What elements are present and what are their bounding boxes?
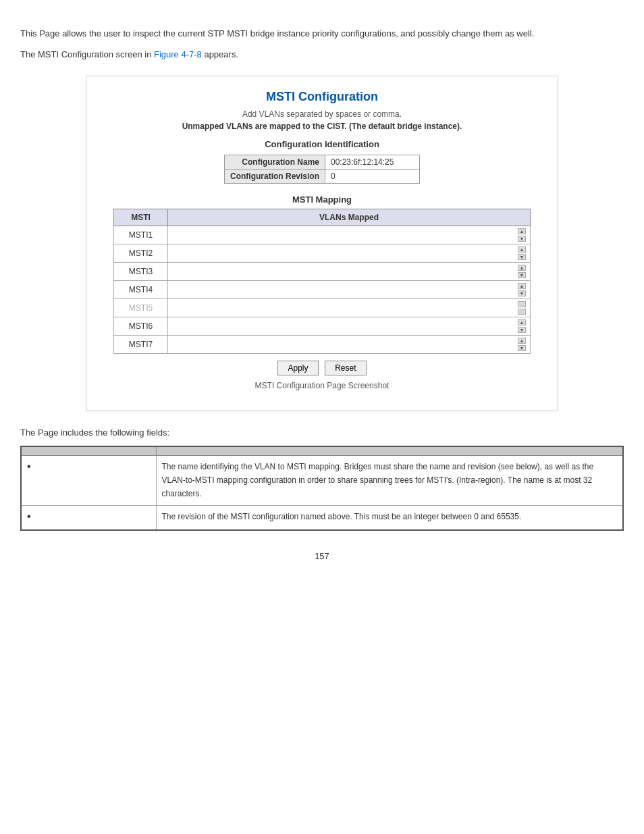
scroll-up-icon: ▲ — [518, 301, 526, 307]
fields-label-cell: • — [21, 505, 156, 530]
fields-header-col2 — [156, 446, 623, 456]
scroll-arrows: ▲▼ — [516, 264, 527, 279]
msti-id-cell: MSTI1 — [114, 226, 168, 244]
scroll-up-icon[interactable]: ▲ — [518, 246, 526, 253]
intro-line2-end: appears. — [202, 49, 238, 59]
table-header-msti: MSTI — [114, 209, 168, 226]
vlan-input-7[interactable] — [171, 337, 516, 352]
vlan-input-2[interactable] — [171, 246, 516, 261]
vlan-mapped-cell[interactable]: ▲▼ — [168, 298, 531, 317]
msti-id-cell: MSTI3 — [114, 262, 168, 280]
bullet-icon: • — [27, 460, 31, 473]
msti-id-cell: MSTI7 — [114, 335, 168, 353]
config-id-section-title: Configuration Identification — [113, 139, 531, 149]
vlan-mapped-cell[interactable]: ▲▼ — [168, 317, 531, 335]
scroll-down-icon[interactable]: ▼ — [518, 327, 526, 333]
fields-description-cell: The revision of the MSTI configuration n… — [156, 505, 623, 530]
fields-row: •The revision of the MSTI configuration … — [21, 505, 623, 530]
table-row: MSTI6▲▼ — [114, 317, 531, 335]
scroll-arrows: ▲▼ — [516, 337, 527, 352]
msti-mapping-table: MSTI VLANs Mapped MSTI1▲▼MSTI2▲▼MSTI3▲▼M… — [113, 209, 531, 354]
page-number: 157 — [20, 551, 624, 561]
scroll-down-icon[interactable]: ▼ — [518, 345, 526, 351]
table-row: MSTI3▲▼ — [114, 262, 531, 280]
table-row: MSTI5▲▼ — [114, 298, 531, 317]
table-row: MSTI1▲▼ — [114, 226, 531, 244]
fields-table: •The name identifiying the VLAN to MSTI … — [20, 446, 624, 531]
scroll-arrows: ▲▼ — [516, 246, 527, 261]
msti-mapping-title: MSTI Mapping — [113, 194, 531, 205]
msti-id-cell: MSTI4 — [114, 280, 168, 298]
vlan-mapped-cell[interactable]: ▲▼ — [168, 280, 531, 298]
msti-id-cell: MSTI2 — [114, 244, 168, 262]
scroll-arrows: ▲▼ — [516, 282, 527, 297]
msti-config-section: MSTI Configuration Add VLANs separated b… — [86, 76, 558, 411]
scroll-down-icon[interactable]: ▼ — [518, 236, 526, 242]
intro-line2: The MSTI Configuration screen in Figure … — [20, 48, 624, 62]
scroll-arrows: ▲▼ — [516, 301, 527, 315]
scroll-up-icon[interactable]: ▲ — [518, 338, 526, 344]
vlan-input-6[interactable] — [171, 319, 516, 334]
vlan-mapped-cell[interactable]: ▲▼ — [168, 335, 531, 353]
table-header-vlans: VLANs Mapped — [168, 209, 531, 226]
fields-label-cell: • — [21, 455, 156, 505]
vlan-mapped-cell[interactable]: ▲▼ — [168, 262, 531, 280]
config-revision-value[interactable]: 0 — [325, 169, 420, 183]
unmapped-subtitle: Unmapped VLANs are mapped to the CIST. (… — [113, 122, 531, 131]
caption: MSTI Configuration Page Screenshot — [113, 381, 531, 390]
vlan-subtitle: Add VLANs separated by spaces or comma. — [113, 109, 531, 119]
vlan-input-1[interactable] — [171, 228, 516, 242]
table-row: MSTI2▲▼ — [114, 244, 531, 262]
figure-link[interactable]: Figure 4-7-8 — [154, 49, 202, 59]
fields-intro: The Page includes the following fields: — [20, 427, 624, 438]
msti-id-cell: MSTI6 — [114, 317, 168, 335]
bullet-icon: • — [27, 510, 31, 523]
scroll-down-icon[interactable]: ▼ — [518, 290, 526, 296]
config-name-label: Configuration Name — [225, 155, 325, 169]
table-row: MSTI4▲▼ — [114, 280, 531, 298]
reset-button[interactable]: Reset — [325, 361, 366, 375]
config-id-table: Configuration Name 00:23:6f:12:14:25 Con… — [224, 155, 420, 184]
config-name-value[interactable]: 00:23:6f:12:14:25 — [325, 155, 420, 169]
apply-button[interactable]: Apply — [277, 361, 318, 375]
scroll-up-icon[interactable]: ▲ — [518, 283, 526, 289]
vlan-input-5 — [171, 301, 516, 315]
vlan-mapped-cell[interactable]: ▲▼ — [168, 244, 531, 262]
config-revision-label: Configuration Revision — [225, 169, 325, 183]
vlan-mapped-cell[interactable]: ▲▼ — [168, 226, 531, 244]
scroll-up-icon[interactable]: ▲ — [518, 265, 526, 271]
scroll-up-icon[interactable]: ▲ — [518, 228, 526, 234]
msti-config-title: MSTI Configuration — [113, 90, 531, 104]
scroll-arrows: ▲▼ — [516, 228, 527, 242]
scroll-down-icon: ▼ — [518, 309, 526, 315]
vlan-input-3[interactable] — [171, 264, 516, 279]
scroll-down-icon[interactable]: ▼ — [518, 254, 526, 260]
fields-header-col1 — [21, 446, 156, 456]
fields-row: •The name identifiying the VLAN to MSTI … — [21, 455, 623, 505]
msti-id-cell: MSTI5 — [114, 298, 168, 317]
table-row: MSTI7▲▼ — [114, 335, 531, 353]
intro-line2-text: The MSTI Configuration screen in — [20, 49, 154, 59]
vlan-input-4[interactable] — [171, 282, 516, 297]
scroll-arrows: ▲▼ — [516, 319, 527, 334]
scroll-up-icon[interactable]: ▲ — [518, 319, 526, 325]
fields-description-cell: The name identifiying the VLAN to MSTI m… — [156, 455, 623, 505]
button-row: Apply Reset — [113, 361, 531, 375]
scroll-down-icon[interactable]: ▼ — [518, 272, 526, 278]
intro-line1: This Page allows the user to inspect the… — [20, 27, 624, 41]
